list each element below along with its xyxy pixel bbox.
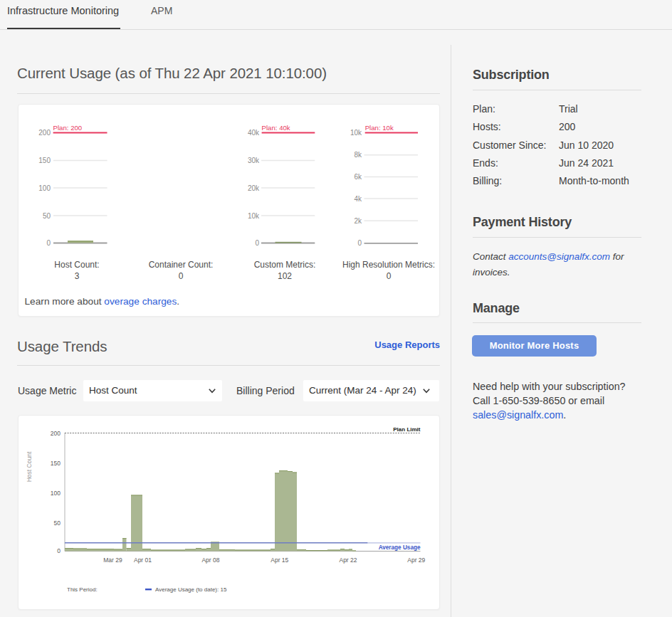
svg-text:Average Usage (to date): 15: Average Usage (to date): 15 (155, 586, 227, 593)
svg-text:Average Usage: Average Usage (379, 544, 421, 551)
svg-text:Apr 08: Apr 08 (201, 557, 219, 564)
svg-text:Apr 29: Apr 29 (407, 557, 425, 564)
svg-text:200: 200 (38, 129, 51, 137)
svg-text:50: 50 (43, 212, 51, 220)
svg-text:8k: 8k (354, 151, 362, 159)
svg-text:100: 100 (51, 490, 61, 497)
svg-text:10k: 10k (350, 129, 362, 137)
svg-text:Plan: 200: Plan: 200 (53, 124, 83, 132)
svg-text:Plan: 40k: Plan: 40k (262, 124, 290, 132)
svg-text:150: 150 (51, 460, 61, 467)
svg-text:20k: 20k (248, 184, 260, 192)
svg-text:Apr 01: Apr 01 (134, 557, 152, 564)
svg-text:150: 150 (38, 157, 51, 164)
svg-text:30k: 30k (248, 157, 260, 164)
svg-text:Apr 22: Apr 22 (339, 557, 357, 564)
svg-text:Plan Limit: Plan Limit (393, 426, 421, 433)
svg-text:0: 0 (357, 239, 362, 247)
svg-text:4k: 4k (354, 195, 362, 203)
svg-text:0: 0 (57, 547, 61, 554)
svg-text:Plan: 10k: Plan: 10k (365, 124, 394, 132)
svg-text:10k: 10k (248, 212, 260, 220)
svg-text:Mar 29: Mar 29 (103, 557, 122, 564)
svg-text:100: 100 (38, 184, 51, 192)
svg-text:0: 0 (46, 239, 51, 247)
svg-text:50: 50 (54, 520, 61, 527)
svg-text:Apr 15: Apr 15 (271, 557, 288, 564)
svg-text:6k: 6k (354, 173, 362, 181)
svg-text:Host Count: Host Count (26, 451, 33, 482)
svg-text:2k: 2k (354, 217, 362, 225)
svg-text:This Period:: This Period: (67, 586, 98, 593)
svg-text:40k: 40k (248, 129, 260, 137)
svg-text:0: 0 (255, 239, 259, 247)
svg-text:200: 200 (51, 430, 61, 437)
